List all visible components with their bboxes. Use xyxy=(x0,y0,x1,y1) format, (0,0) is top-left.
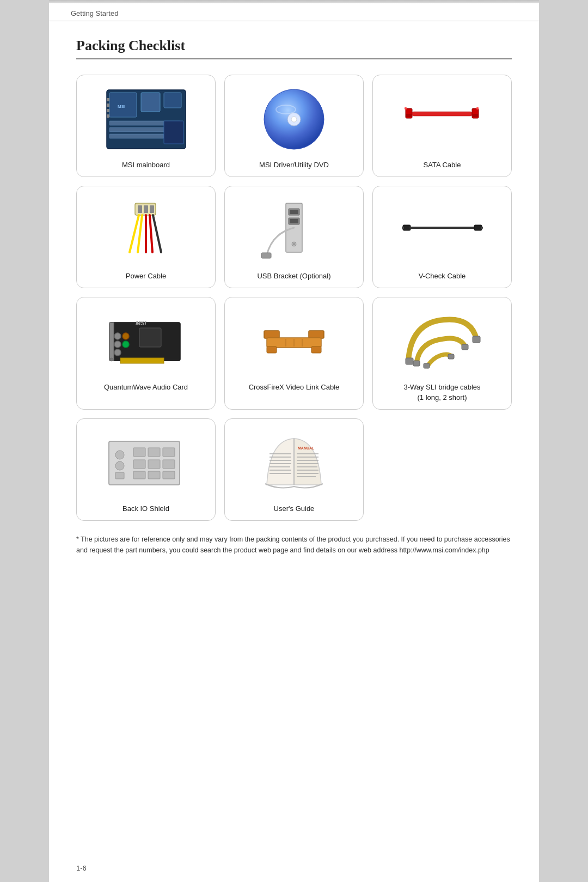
item-sata-cable-label: SATA Cable xyxy=(424,160,461,170)
item-audio-card-image: MSI xyxy=(83,306,209,377)
svg-rect-43 xyxy=(261,253,271,258)
main-content: Packing Checklist xyxy=(49,21,539,577)
page-title: Packing Checklist xyxy=(76,38,512,59)
svg-rect-47 xyxy=(402,227,404,229)
svg-rect-71 xyxy=(462,344,468,350)
section-label: Getting Started xyxy=(71,9,118,17)
item-sata-cable-image xyxy=(379,84,505,155)
svg-rect-70 xyxy=(413,361,420,366)
users-guide-icon: MANUAL xyxy=(259,433,329,493)
item-crossfirex-label: CrossFireX Video Link Cable xyxy=(249,382,340,392)
item-msi-mainboard: MSI MSI mainboard xyxy=(76,75,216,177)
svg-rect-72 xyxy=(424,363,430,368)
item-sli-bridge-image: MSI xyxy=(379,306,505,377)
back-io-icon xyxy=(103,436,188,490)
item-msi-mainboard-image: MSI xyxy=(83,84,209,155)
svg-text:MANUAL: MANUAL xyxy=(298,446,315,450)
svg-rect-13 xyxy=(107,109,109,112)
svg-point-42 xyxy=(293,243,295,245)
audio-card-icon: MSI xyxy=(104,312,188,372)
svg-rect-60 xyxy=(264,331,279,338)
item-sli-bridge: MSI 3-Way SLI bridge cables(1 long, 2 sh… xyxy=(372,297,512,409)
svg-line-35 xyxy=(153,215,161,252)
item-vcheck-cable-image xyxy=(379,195,505,266)
item-msi-dvd-label: MSI Driver/Utility DVD xyxy=(259,160,329,170)
svg-point-54 xyxy=(122,333,129,339)
svg-rect-68 xyxy=(406,358,413,364)
dvd-icon xyxy=(261,87,327,152)
svg-point-51 xyxy=(114,333,121,339)
item-msi-dvd: MSI Driver/Utility DVD xyxy=(224,75,364,177)
svg-rect-11 xyxy=(107,98,109,101)
svg-rect-87 xyxy=(163,471,175,479)
svg-rect-38 xyxy=(290,210,298,214)
svg-text:MSI: MSI xyxy=(437,324,446,330)
power-cable-icon xyxy=(108,200,184,260)
svg-line-34 xyxy=(150,215,152,252)
item-users-guide-image: MANUAL xyxy=(231,428,357,498)
svg-rect-78 xyxy=(115,472,124,479)
row-3-grid: MSI QuantumWave Audio Card xyxy=(76,297,512,409)
svg-rect-40 xyxy=(290,219,298,223)
svg-rect-86 xyxy=(148,471,160,479)
svg-rect-69 xyxy=(473,336,480,343)
mainboard-icon: MSI xyxy=(104,87,188,151)
svg-rect-22 xyxy=(412,112,472,116)
item-vcheck-cable-label: V-Check Cable xyxy=(419,271,466,281)
svg-rect-58 xyxy=(109,323,114,361)
svg-rect-81 xyxy=(163,448,175,457)
svg-rect-56 xyxy=(139,328,161,347)
svg-text:MSI: MSI xyxy=(118,104,125,109)
svg-text:MSI: MSI xyxy=(136,320,147,326)
item-audio-card-label: QuantumWave Audio Card xyxy=(104,382,188,392)
svg-rect-28 xyxy=(138,205,142,213)
item-back-io: Back IO Shield xyxy=(76,418,216,521)
page-number: 1-6 xyxy=(76,864,87,872)
svg-rect-64 xyxy=(311,346,321,353)
item-msi-mainboard-label: MSI mainboard xyxy=(122,160,170,170)
footnote-text: * The pictures are for reference only an… xyxy=(76,534,512,556)
crossfirex-icon xyxy=(256,323,332,361)
svg-point-59 xyxy=(110,358,113,361)
svg-rect-21 xyxy=(406,114,412,117)
svg-rect-25 xyxy=(405,107,407,110)
svg-point-53 xyxy=(114,349,121,356)
sata-cable-icon xyxy=(400,98,485,141)
svg-rect-24 xyxy=(472,114,479,117)
item-vcheck-cable: V-Check Cable xyxy=(372,186,512,288)
page-header: Getting Started xyxy=(49,3,539,21)
svg-rect-85 xyxy=(133,471,145,479)
row-1-grid: MSI MSI mainboard xyxy=(76,75,512,177)
item-power-cable: Power Cable xyxy=(76,186,216,288)
svg-rect-26 xyxy=(476,107,479,110)
svg-point-52 xyxy=(114,341,121,348)
item-usb-bracket: USB Bracket (Optional) xyxy=(224,186,364,288)
item-power-cable-label: Power Cable xyxy=(126,271,166,281)
svg-rect-46 xyxy=(474,225,482,230)
svg-rect-73 xyxy=(448,354,454,359)
svg-rect-48 xyxy=(481,227,483,229)
item-back-io-label: Back IO Shield xyxy=(122,504,169,514)
svg-rect-61 xyxy=(309,331,324,338)
svg-rect-30 xyxy=(150,205,154,213)
svg-rect-29 xyxy=(144,205,148,213)
svg-rect-10 xyxy=(164,121,183,144)
item-users-guide-label: User's Guide xyxy=(274,504,315,514)
svg-rect-50 xyxy=(120,358,164,363)
svg-rect-12 xyxy=(107,104,109,107)
svg-point-76 xyxy=(115,451,124,459)
svg-rect-84 xyxy=(163,460,175,469)
vcheck-cable-icon xyxy=(400,214,485,247)
svg-rect-63 xyxy=(267,346,277,353)
svg-rect-44 xyxy=(403,225,411,230)
item-sli-bridge-label: 3-Way SLI bridge cables(1 long, 2 short) xyxy=(403,382,480,402)
item-audio-card: MSI QuantumWave Audio Card xyxy=(76,297,216,409)
svg-point-77 xyxy=(115,461,124,470)
row-2-grid: Power Cable xyxy=(76,186,512,288)
svg-rect-83 xyxy=(148,460,160,469)
usb-bracket-icon xyxy=(256,200,332,260)
svg-rect-80 xyxy=(148,448,160,457)
svg-rect-14 xyxy=(107,114,109,118)
page: Getting Started Packing Checklist xyxy=(49,0,539,882)
row-4-grid: Back IO Shield MANUAL xyxy=(76,418,512,521)
